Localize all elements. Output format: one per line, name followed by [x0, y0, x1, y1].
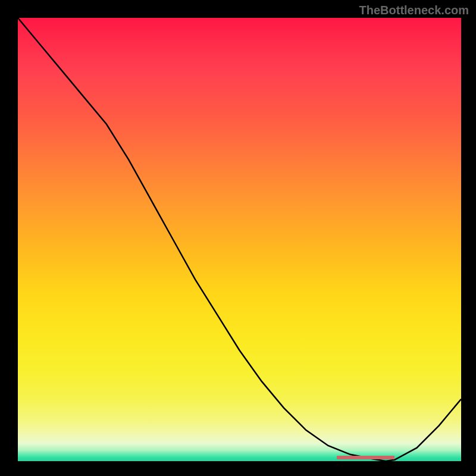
curve-line [18, 18, 461, 461]
watermark-text: TheBottleneck.com [359, 4, 469, 17]
chart-line-svg [18, 18, 461, 461]
chart-container: TheBottleneck.com [0, 0, 476, 476]
plot-area [18, 18, 461, 461]
indicator-bar [337, 456, 394, 459]
